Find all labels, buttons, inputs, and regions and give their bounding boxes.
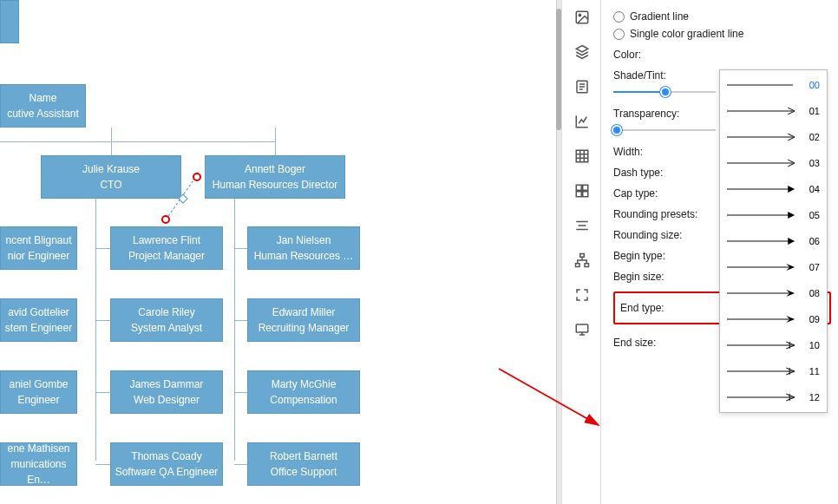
org-node-name: aniel Gombe <box>9 376 68 392</box>
arrow-preview-icon <box>727 106 796 116</box>
org-node-assistant[interactable]: Name cutive Assistant <box>0 84 86 128</box>
table-tool-icon[interactable] <box>562 139 602 173</box>
org-node-title: Compensation <box>270 392 337 408</box>
org-node-name: avid Gottelier <box>8 304 69 320</box>
org-node-name: Thomas Coady <box>131 448 201 464</box>
org-node-title: Engineer <box>17 392 59 408</box>
org-node-name: Lawrence Flint <box>133 232 200 248</box>
end-type-option-06[interactable]: 06 <box>720 228 827 254</box>
end-type-option-08[interactable]: 08 <box>720 280 827 306</box>
org-node-title: Project Manager <box>128 248 205 264</box>
shade-tint-slider[interactable] <box>613 85 716 99</box>
org-node[interactable]: Lawrence Flint Project Manager <box>110 226 223 270</box>
arrow-preview-icon <box>727 314 796 324</box>
end-type-option-01[interactable]: 01 <box>720 98 827 124</box>
layout-tool-icon[interactable] <box>562 173 602 208</box>
org-node[interactable]: Edward Miller Recruiting Manager <box>247 298 360 342</box>
end-type-popup: 00010203040506070809101112 <box>719 69 828 413</box>
end-type-option-12[interactable]: 12 <box>720 384 827 410</box>
arrow-preview-icon <box>727 210 796 220</box>
org-node-title: stem Engineer <box>5 320 72 336</box>
svg-rect-14 <box>576 192 581 197</box>
connector <box>95 392 110 393</box>
end-type-label: End type: <box>620 302 665 314</box>
align-tool-icon[interactable] <box>562 208 602 243</box>
org-node-title: munications En… <box>1 456 76 488</box>
connector <box>0 141 275 142</box>
option-number: 11 <box>803 366 820 376</box>
svg-rect-19 <box>580 254 585 258</box>
org-node-title: Web Designer <box>134 392 200 408</box>
org-node-julie[interactable]: Julie Krause CTO <box>41 155 181 199</box>
org-node-root[interactable] <box>0 0 19 43</box>
org-node-title: CTO <box>100 177 121 193</box>
fullscreen-tool-icon[interactable] <box>562 278 602 312</box>
org-node[interactable]: aniel Gombe Engineer <box>0 370 77 414</box>
svg-rect-13 <box>583 185 588 190</box>
svg-rect-7 <box>576 150 588 162</box>
connector <box>95 320 110 321</box>
connector <box>234 199 235 461</box>
arrow-preview-icon <box>727 392 796 403</box>
chart-tool-icon[interactable] <box>562 104 602 139</box>
org-node[interactable]: Jan Nielsen Human Resources … <box>247 226 360 270</box>
connector <box>95 199 96 461</box>
presentation-tool-icon[interactable] <box>562 312 602 347</box>
org-node-name: Robert Barnett <box>270 448 337 464</box>
org-node[interactable]: Robert Barnett Office Support <box>247 442 360 486</box>
arrow-preview-icon <box>727 340 796 350</box>
end-type-option-03[interactable]: 03 <box>720 150 827 176</box>
radio-single-color-gradient[interactable]: Single color gradient line <box>613 28 838 40</box>
org-node-title: Recruiting Manager <box>259 320 350 336</box>
end-type-option-11[interactable]: 11 <box>720 358 827 384</box>
option-number: 06 <box>803 236 820 246</box>
org-chart-canvas[interactable]: Name cutive Assistant Julie Krause CTO A… <box>0 0 555 504</box>
svg-rect-15 <box>583 192 588 197</box>
end-type-option-10[interactable]: 10 <box>720 332 827 358</box>
org-node[interactable]: Marty McGhie Compensation <box>247 370 360 414</box>
org-node-name: Julie Krause <box>82 161 140 177</box>
org-node[interactable]: Carole Riley System Analyst <box>110 298 223 342</box>
connector <box>275 128 276 155</box>
arrow-preview-icon <box>727 236 796 246</box>
radio-label: Single color gradient line <box>630 28 743 40</box>
option-number: 02 <box>803 132 820 142</box>
connector <box>234 248 247 249</box>
org-node[interactable]: ene Mathisen munications En… <box>0 442 77 486</box>
svg-rect-12 <box>576 185 581 190</box>
option-number: 01 <box>803 106 820 116</box>
option-number: 07 <box>803 262 820 272</box>
radio-gradient-line[interactable]: Gradient line <box>613 10 838 23</box>
connector-endpoint[interactable] <box>193 173 201 181</box>
org-node[interactable]: avid Gottelier stem Engineer <box>0 298 77 342</box>
option-number: 08 <box>803 288 820 298</box>
org-node-annett[interactable]: Annett Boger Human Resources Director <box>205 155 345 199</box>
svg-rect-22 <box>576 324 588 332</box>
end-type-option-09[interactable]: 09 <box>720 306 827 332</box>
org-node[interactable]: James Dammar Web Designer <box>110 370 223 414</box>
image-tool-icon[interactable] <box>562 0 602 35</box>
end-type-option-00[interactable]: 00 <box>720 72 827 98</box>
connector-endpoint[interactable] <box>161 215 170 224</box>
option-number: 10 <box>803 340 820 350</box>
document-tool-icon[interactable] <box>562 69 602 104</box>
end-type-option-02[interactable]: 02 <box>720 124 827 150</box>
connector <box>234 320 247 321</box>
end-type-option-04[interactable]: 04 <box>720 176 827 202</box>
option-number: 12 <box>803 392 820 403</box>
org-node-name: ene Mathisen <box>7 441 69 456</box>
layers-tool-icon[interactable] <box>562 35 602 69</box>
end-type-option-07[interactable]: 07 <box>720 254 827 280</box>
end-type-option-05[interactable]: 05 <box>720 202 827 228</box>
org-node[interactable]: ncent Blignaut nior Engineer <box>0 226 77 270</box>
transparency-slider[interactable] <box>613 123 716 137</box>
orgchart-tool-icon[interactable] <box>562 243 602 278</box>
svg-point-2 <box>579 14 580 16</box>
org-node[interactable]: Thomas Coady Software QA Engineer <box>110 442 223 486</box>
org-node-title: Human Resources … <box>254 248 354 264</box>
option-number: 04 <box>803 184 820 194</box>
arrow-preview-icon <box>727 262 796 272</box>
svg-rect-20 <box>576 264 580 267</box>
svg-rect-21 <box>585 264 589 267</box>
option-number: 05 <box>803 210 820 220</box>
